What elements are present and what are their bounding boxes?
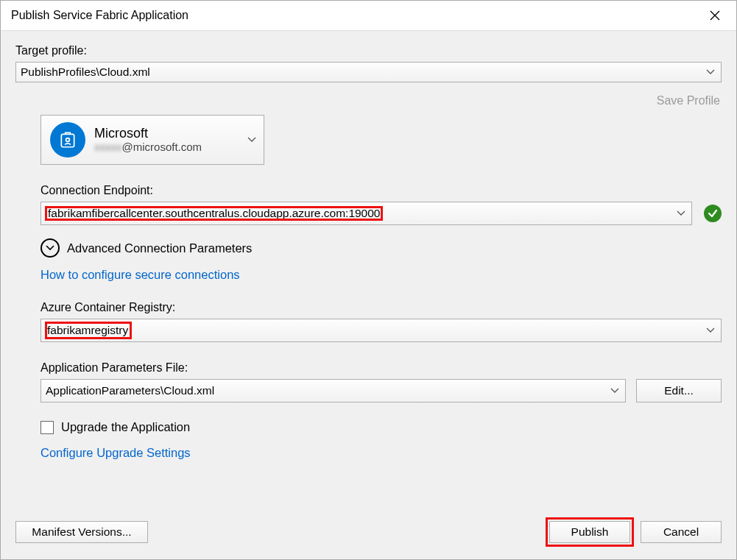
target-profile-label: Target profile: bbox=[15, 44, 722, 57]
chevron-down-icon bbox=[610, 388, 619, 394]
connection-endpoint-value: fabrikamfibercallcenter.southcentralus.c… bbox=[46, 207, 382, 220]
chevron-down-icon bbox=[706, 69, 715, 75]
account-picker[interactable]: Microsoft xxxxx@microsoft.com bbox=[40, 115, 264, 165]
publish-button[interactable]: Publish bbox=[549, 521, 630, 543]
upgrade-checkbox[interactable] bbox=[40, 421, 54, 434]
titlebar: Publish Service Fabric Application bbox=[1, 1, 736, 30]
validation-success-icon bbox=[704, 205, 722, 222]
params-label: Application Parameters File: bbox=[40, 361, 722, 375]
close-button[interactable] bbox=[698, 4, 732, 27]
expand-circle-icon bbox=[40, 238, 60, 258]
close-icon bbox=[710, 10, 720, 21]
dialog-footer: Manifest Versions... Publish Cancel bbox=[15, 520, 722, 545]
advanced-parameters-toggle[interactable]: Advanced Connection Parameters bbox=[40, 238, 722, 258]
registry-label: Azure Container Registry: bbox=[40, 301, 722, 314]
edit-button[interactable]: Edit... bbox=[636, 379, 722, 403]
account-text: Microsoft xxxxx@microsoft.com bbox=[94, 127, 202, 154]
manifest-versions-button[interactable]: Manifest Versions... bbox=[15, 521, 148, 543]
connection-endpoint-dropdown[interactable]: fabrikamfibercallcenter.southcentralus.c… bbox=[40, 202, 692, 225]
connection-endpoint-label: Connection Endpoint: bbox=[40, 184, 722, 197]
chevron-down-icon bbox=[677, 210, 685, 216]
target-profile-value: PublishProfiles\Cloud.xml bbox=[21, 65, 150, 79]
chevron-down-icon bbox=[247, 137, 256, 143]
publish-highlight: Publish bbox=[548, 520, 632, 545]
upgrade-label: Upgrade the Application bbox=[61, 420, 190, 434]
account-name: Microsoft bbox=[94, 127, 202, 141]
dialog-body: Target profile: PublishProfiles\Cloud.xm… bbox=[1, 30, 736, 559]
secure-connections-link[interactable]: How to configure secure connections bbox=[40, 268, 722, 282]
configure-upgrade-link[interactable]: Configure Upgrade Settings bbox=[40, 446, 722, 460]
svg-point-1 bbox=[66, 138, 70, 142]
window-title: Publish Service Fabric Application bbox=[11, 9, 698, 22]
params-dropdown[interactable]: ApplicationParameters\Cloud.xml bbox=[40, 379, 626, 403]
registry-value: fabrikamregistry bbox=[46, 322, 131, 339]
badge-icon bbox=[58, 130, 77, 149]
registry-dropdown[interactable]: fabrikamregistry bbox=[40, 319, 722, 342]
target-profile-dropdown[interactable]: PublishProfiles\Cloud.xml bbox=[15, 62, 722, 82]
chevron-down-icon bbox=[706, 327, 715, 333]
dialog-window: Publish Service Fabric Application Targe… bbox=[0, 0, 737, 560]
save-profile-link[interactable]: Save Profile bbox=[15, 94, 720, 107]
cancel-button[interactable]: Cancel bbox=[641, 521, 722, 543]
advanced-parameters-label: Advanced Connection Parameters bbox=[67, 241, 252, 255]
params-value: ApplicationParameters\Cloud.xml bbox=[46, 384, 214, 397]
account-email: xxxxx@microsoft.com bbox=[94, 141, 202, 153]
svg-rect-0 bbox=[61, 134, 74, 146]
account-avatar bbox=[50, 122, 85, 157]
